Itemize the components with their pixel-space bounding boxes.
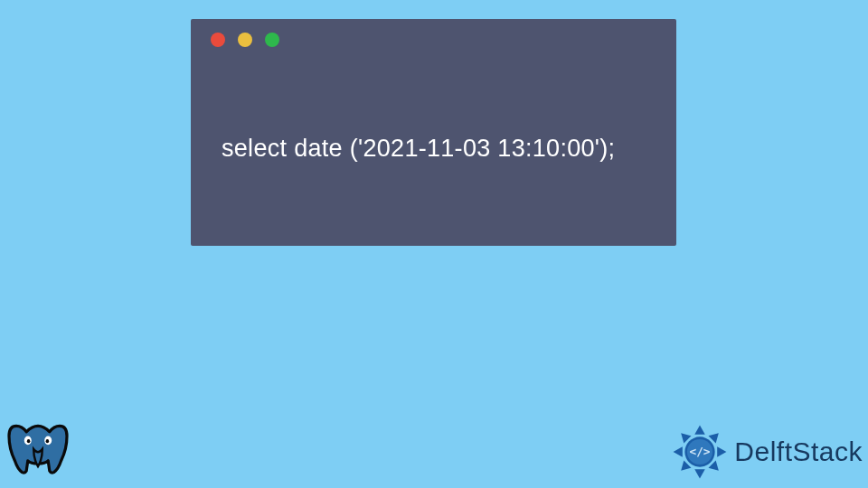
svg-marker-4	[695, 426, 706, 435]
svg-marker-8	[695, 469, 706, 478]
svg-marker-7	[709, 461, 722, 474]
svg-marker-9	[677, 461, 691, 474]
svg-text:</>: </>	[690, 445, 711, 458]
svg-marker-10	[674, 446, 683, 457]
minimize-icon[interactable]	[238, 33, 252, 47]
brand: </> DelftStack	[671, 423, 863, 481]
svg-marker-11	[677, 429, 691, 443]
postgresql-elephant-icon	[2, 412, 74, 486]
close-icon[interactable]	[211, 33, 225, 47]
delftstack-logo-icon: </>	[671, 423, 729, 481]
svg-point-2	[27, 439, 31, 443]
code-content: select date ('2021-11-03 13:10:00');	[191, 61, 676, 163]
brand-name: DelftStack	[734, 436, 863, 467]
svg-point-3	[46, 439, 50, 443]
code-window: select date ('2021-11-03 13:10:00');	[191, 19, 676, 246]
svg-marker-6	[717, 446, 726, 457]
svg-marker-5	[709, 429, 722, 443]
maximize-icon[interactable]	[265, 33, 279, 47]
window-titlebar	[191, 19, 676, 61]
